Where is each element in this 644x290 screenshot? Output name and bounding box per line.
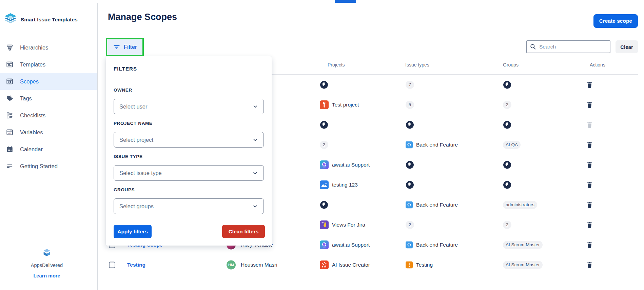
projects-cell: Views For Jira [320, 220, 365, 229]
filter-highlight-annotation: Filter [106, 38, 144, 56]
globe-icon [320, 80, 328, 89]
sidebar-item-templates[interactable]: Templates [0, 56, 97, 73]
globe-icon [503, 180, 511, 189]
app-logo-icon [3, 13, 18, 27]
filter-button-label: Filter [124, 44, 137, 50]
project-label: await.ai Support [332, 242, 370, 248]
select-placeholder: Select groups [119, 203, 252, 210]
issue-types-cell: Back-end Feature [406, 201, 458, 208]
views-app-icon [320, 220, 329, 229]
issue-types-cell: Back-end Feature [406, 241, 458, 248]
search-input[interactable] [526, 40, 610, 53]
project-label: testing 123 [332, 182, 358, 188]
getting-started-icon [5, 162, 14, 170]
globe-icon [503, 120, 511, 129]
sidebar-menu: HierarchiesTemplatesScopesTagsChecklists… [0, 39, 97, 175]
filter-field-label: ISSUE TYPE [114, 154, 143, 159]
trash-icon[interactable] [587, 201, 592, 208]
trash-icon[interactable] [587, 121, 592, 128]
hierarchies-icon [5, 44, 14, 51]
projects-cell [320, 120, 328, 129]
exclamation-icon [406, 261, 413, 268]
row-checkbox[interactable] [109, 262, 115, 268]
trash-icon[interactable] [587, 241, 592, 248]
column-header-issue-types: Issue types [405, 62, 429, 67]
trash-icon[interactable] [587, 101, 592, 108]
project-label: Views For Jira [332, 222, 365, 228]
group-badge: AI Scrum Master [503, 261, 543, 269]
ai-creator-app-icon [320, 260, 329, 269]
issue-type-badge: 5 [406, 101, 414, 109]
project-label: await.ai Support [332, 162, 370, 168]
trash-icon[interactable] [587, 221, 592, 228]
sidebar-footer: AppsDelivered Learn more [0, 248, 94, 279]
issue-types-cell: Back-end Feature [406, 141, 458, 148]
filter-button[interactable]: Filter [107, 39, 142, 55]
table-row: TestingHMHoussem MasriAI Issue CreatorTe… [106, 255, 638, 275]
group-badge: 2 [503, 221, 511, 229]
trash-icon[interactable] [587, 181, 592, 188]
table-bottom-divider [106, 275, 638, 275]
projects-cell: await.ai Support [320, 160, 370, 169]
globe-icon [406, 180, 414, 189]
trash-icon[interactable] [587, 161, 592, 168]
sidebar-item-label: Variables [20, 129, 43, 136]
globe-icon [320, 200, 328, 209]
filter-panel: FILTERS OWNERSelect userPROJECT NAMESele… [106, 56, 272, 246]
variables-icon: (x) [5, 129, 14, 136]
learn-more-link[interactable]: Learn more [34, 273, 60, 278]
project-label: AI Issue Creator [332, 262, 370, 268]
sidebar-item-tags[interactable]: Tags [0, 90, 97, 107]
wrench-project-icon [320, 100, 329, 109]
clean-filters-button[interactable]: Clean filters [222, 225, 265, 238]
issue-type-label: Back-end Feature [416, 202, 458, 208]
issue-type-badge: 7 [406, 81, 414, 89]
chevron-down-icon [252, 104, 258, 110]
clear-button[interactable]: Clear [616, 40, 638, 53]
templates-icon [5, 61, 14, 68]
select-project-name[interactable]: Select project [114, 132, 264, 148]
sidebar-item-checklists[interactable]: Checklists [0, 107, 97, 124]
brand-name: AppsDelivered [0, 263, 94, 268]
trash-icon[interactable] [587, 262, 592, 268]
await-app-icon [320, 240, 329, 249]
filter-panel-title: FILTERS [114, 66, 137, 72]
trash-icon[interactable] [587, 141, 592, 148]
issue-types-cell: 5 [406, 101, 414, 109]
filter-field-label: OWNER [114, 88, 132, 93]
globe-icon [406, 160, 414, 169]
sidebar-item-getting-started[interactable]: Getting Started [0, 158, 97, 175]
trash-icon[interactable] [587, 81, 592, 88]
issue-types-cell [406, 160, 414, 169]
page: Smart Issue Templates HierarchiesTemplat… [0, 0, 644, 290]
sidebar-item-scopes[interactable]: Scopes [0, 73, 97, 90]
group-badge: 2 [503, 101, 511, 109]
issue-type-badge: 2 [406, 221, 414, 229]
projects-cell: testing 123 [320, 180, 358, 189]
sidebar-item-label: Tags [20, 95, 32, 102]
column-header-projects: Projects [328, 62, 345, 67]
select-placeholder: Select project [119, 137, 252, 143]
chevron-down-icon [252, 137, 258, 143]
scopes-icon [5, 78, 14, 85]
sidebar-item-variables[interactable]: (x)Variables [0, 124, 97, 141]
select-owner[interactable]: Select user [114, 99, 264, 114]
issue-types-cell: 2 [406, 221, 414, 229]
search-box [526, 40, 610, 53]
groups-cell: AI Scrum Master [503, 241, 543, 249]
sidebar-item-label: Calendar [20, 146, 43, 153]
chevron-down-icon [252, 204, 258, 209]
sidebar-item-calendar[interactable]: Calendar [0, 141, 97, 158]
select-groups[interactable]: Select groups [114, 198, 264, 214]
issue-types-cell [406, 180, 414, 189]
apply-filters-button[interactable]: Apply filters [114, 225, 152, 238]
issue-type-label: Testing [416, 262, 433, 268]
project-label: Test project [332, 102, 359, 108]
search-icon [530, 43, 536, 50]
create-scope-button[interactable]: Create scope [593, 14, 638, 28]
select-issue-type[interactable]: Select issue type [114, 165, 264, 181]
sidebar-item-hierarchies[interactable]: Hierarchies [0, 39, 97, 56]
projects-cell: Test project [320, 100, 359, 109]
scope-name-link[interactable]: Testing [127, 262, 145, 268]
column-header-groups: Groups [503, 62, 519, 67]
